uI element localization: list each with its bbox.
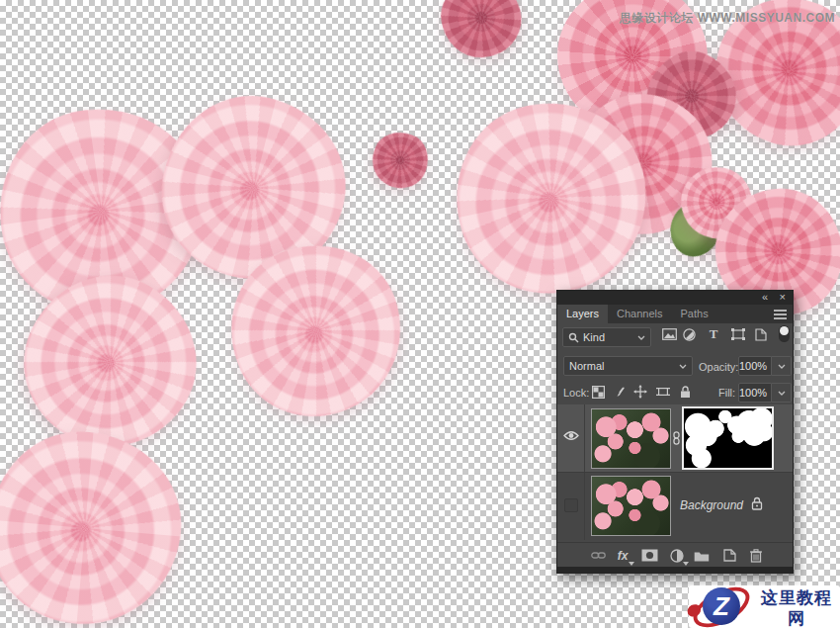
- filter-kind-dropdown[interactable]: Kind: [562, 327, 651, 347]
- filter-kind-label: Kind: [583, 331, 605, 343]
- opacity-dropdown-button[interactable]: [772, 356, 792, 376]
- chevron-down-icon: [637, 335, 645, 340]
- new-layer-icon[interactable]: [720, 547, 738, 564]
- mask-link-icon[interactable]: [672, 431, 681, 445]
- delete-layer-trash-icon[interactable]: [747, 547, 765, 564]
- panel-titlebar: « ×: [557, 291, 793, 305]
- blend-row: Normal Opacity: 100%: [557, 353, 793, 380]
- logo-badge: Z: [703, 587, 740, 625]
- layer-row-masked-layer[interactable]: [557, 404, 793, 473]
- filter-type-layers-icon[interactable]: T: [706, 326, 721, 342]
- rose-flower: [0, 424, 189, 628]
- chevron-down-icon: [679, 364, 687, 369]
- logo-text: 这里教程网 herecours.com: [754, 587, 839, 628]
- tab-channels[interactable]: Channels: [608, 305, 671, 323]
- layers-toolbar: fx: [557, 542, 793, 567]
- layer-style-fx-icon[interactable]: fx: [614, 547, 631, 564]
- layer-visibility-eye-icon[interactable]: [563, 430, 579, 441]
- opacity-value[interactable]: 100%: [738, 356, 772, 376]
- layers-list: Background: [557, 404, 793, 540]
- lock-label: Lock:: [563, 387, 589, 399]
- filter-adjustment-layers-icon[interactable]: [681, 326, 697, 342]
- lock-artboard-icon[interactable]: [655, 384, 671, 400]
- tab-paths[interactable]: Paths: [672, 305, 717, 323]
- blend-mode-dropdown[interactable]: Normal: [563, 356, 693, 376]
- search-icon: [568, 332, 579, 343]
- lock-row: Lock: Fill: 100%: [557, 380, 793, 406]
- layers-panel: « × Layers Channels Paths Kind T: [556, 290, 794, 574]
- close-panel-icon[interactable]: ×: [780, 291, 786, 304]
- lock-pixels-icon[interactable]: [612, 384, 628, 400]
- watermark-text: 思缘设计论坛 WWW.MISSYUAN.COM: [620, 10, 835, 27]
- logo-site-name: 这里教程网: [754, 587, 839, 628]
- add-layer-mask-icon[interactable]: [640, 547, 658, 564]
- filter-shape-layers-icon[interactable]: [730, 326, 746, 342]
- filter-smart-objects-icon[interactable]: [753, 326, 769, 342]
- rose-flower: [365, 125, 436, 196]
- layer-visibility-empty-well[interactable]: [564, 498, 578, 512]
- layer-row-background[interactable]: Background: [557, 473, 793, 540]
- lock-transparency-icon[interactable]: [590, 384, 606, 400]
- blend-mode-value: Normal: [569, 360, 604, 372]
- rose-flower: [433, 0, 530, 66]
- logo-letter: Z: [714, 593, 729, 619]
- background-lock-icon: [751, 496, 763, 510]
- fill-label: Fill:: [718, 387, 735, 399]
- tab-layers[interactable]: Layers: [557, 305, 608, 323]
- layer-mask-thumbnail[interactable]: [682, 406, 774, 470]
- background-thumbnail[interactable]: [591, 476, 671, 536]
- collapse-panel-icon[interactable]: «: [762, 291, 767, 304]
- filter-pixel-layers-icon[interactable]: [661, 326, 677, 342]
- site-logo: Z 这里教程网 herecours.com: [689, 585, 840, 628]
- fill-value[interactable]: 100%: [738, 383, 772, 403]
- layer-thumbnail[interactable]: [591, 408, 671, 469]
- new-group-folder-icon[interactable]: [693, 547, 711, 564]
- panel-tabbar: Layers Channels Paths: [557, 305, 793, 323]
- fill-dropdown-button[interactable]: [772, 383, 792, 403]
- link-layers-icon[interactable]: [589, 547, 607, 564]
- opacity-label: Opacity:: [699, 361, 738, 373]
- lock-position-icon[interactable]: [632, 384, 648, 400]
- panel-menu-icon[interactable]: [774, 310, 787, 321]
- panel-resize-strip[interactable]: [557, 567, 793, 573]
- new-adjustment-layer-icon[interactable]: [668, 547, 686, 564]
- layer-name: Background: [680, 498, 743, 512]
- lock-all-icon[interactable]: [677, 384, 693, 400]
- filter-row: Kind T: [557, 323, 793, 353]
- filtering-toggle[interactable]: [779, 325, 790, 342]
